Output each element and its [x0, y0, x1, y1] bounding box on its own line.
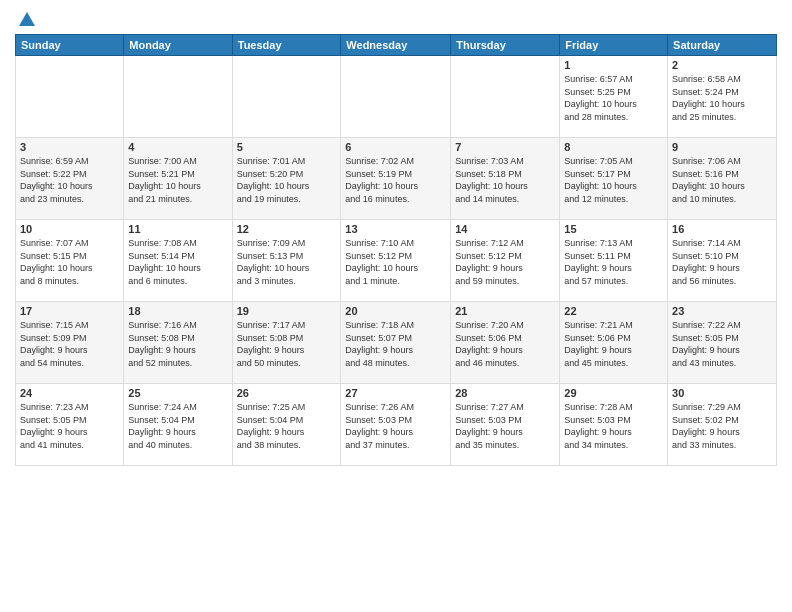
day-number: 12 [237, 223, 337, 235]
day-info: Sunrise: 6:57 AM Sunset: 5:25 PM Dayligh… [564, 73, 663, 123]
calendar-day-header: Tuesday [232, 35, 341, 56]
calendar-day-cell [232, 56, 341, 138]
calendar-day-cell: 3Sunrise: 6:59 AM Sunset: 5:22 PM Daylig… [16, 138, 124, 220]
day-number: 7 [455, 141, 555, 153]
calendar-day-cell: 5Sunrise: 7:01 AM Sunset: 5:20 PM Daylig… [232, 138, 341, 220]
day-number: 18 [128, 305, 227, 317]
calendar-day-cell: 7Sunrise: 7:03 AM Sunset: 5:18 PM Daylig… [451, 138, 560, 220]
calendar-day-cell: 24Sunrise: 7:23 AM Sunset: 5:05 PM Dayli… [16, 384, 124, 466]
day-number: 26 [237, 387, 337, 399]
day-number: 9 [672, 141, 772, 153]
day-info: Sunrise: 7:09 AM Sunset: 5:13 PM Dayligh… [237, 237, 337, 287]
calendar-week-row: 1Sunrise: 6:57 AM Sunset: 5:25 PM Daylig… [16, 56, 777, 138]
day-number: 24 [20, 387, 119, 399]
calendar-day-cell: 4Sunrise: 7:00 AM Sunset: 5:21 PM Daylig… [124, 138, 232, 220]
day-info: Sunrise: 7:16 AM Sunset: 5:08 PM Dayligh… [128, 319, 227, 369]
calendar-week-row: 10Sunrise: 7:07 AM Sunset: 5:15 PM Dayli… [16, 220, 777, 302]
day-info: Sunrise: 7:22 AM Sunset: 5:05 PM Dayligh… [672, 319, 772, 369]
calendar-day-header: Monday [124, 35, 232, 56]
calendar-day-cell: 18Sunrise: 7:16 AM Sunset: 5:08 PM Dayli… [124, 302, 232, 384]
day-info: Sunrise: 7:02 AM Sunset: 5:19 PM Dayligh… [345, 155, 446, 205]
day-info: Sunrise: 6:59 AM Sunset: 5:22 PM Dayligh… [20, 155, 119, 205]
day-number: 25 [128, 387, 227, 399]
calendar-day-cell: 8Sunrise: 7:05 AM Sunset: 5:17 PM Daylig… [560, 138, 668, 220]
calendar-day-cell: 2Sunrise: 6:58 AM Sunset: 5:24 PM Daylig… [668, 56, 777, 138]
calendar-day-cell [341, 56, 451, 138]
day-number: 1 [564, 59, 663, 71]
day-number: 23 [672, 305, 772, 317]
day-number: 16 [672, 223, 772, 235]
day-info: Sunrise: 7:12 AM Sunset: 5:12 PM Dayligh… [455, 237, 555, 287]
day-info: Sunrise: 7:25 AM Sunset: 5:04 PM Dayligh… [237, 401, 337, 451]
calendar-day-cell: 14Sunrise: 7:12 AM Sunset: 5:12 PM Dayli… [451, 220, 560, 302]
day-info: Sunrise: 7:01 AM Sunset: 5:20 PM Dayligh… [237, 155, 337, 205]
day-number: 13 [345, 223, 446, 235]
day-info: Sunrise: 7:27 AM Sunset: 5:03 PM Dayligh… [455, 401, 555, 451]
header [15, 10, 777, 26]
logo [15, 10, 37, 26]
calendar-day-cell: 16Sunrise: 7:14 AM Sunset: 5:10 PM Dayli… [668, 220, 777, 302]
calendar-day-header: Sunday [16, 35, 124, 56]
day-number: 5 [237, 141, 337, 153]
calendar-day-cell [124, 56, 232, 138]
day-number: 17 [20, 305, 119, 317]
day-number: 10 [20, 223, 119, 235]
day-number: 22 [564, 305, 663, 317]
day-number: 14 [455, 223, 555, 235]
calendar-day-cell: 10Sunrise: 7:07 AM Sunset: 5:15 PM Dayli… [16, 220, 124, 302]
day-info: Sunrise: 7:23 AM Sunset: 5:05 PM Dayligh… [20, 401, 119, 451]
day-number: 29 [564, 387, 663, 399]
calendar-day-cell: 27Sunrise: 7:26 AM Sunset: 5:03 PM Dayli… [341, 384, 451, 466]
day-number: 28 [455, 387, 555, 399]
day-info: Sunrise: 7:13 AM Sunset: 5:11 PM Dayligh… [564, 237, 663, 287]
calendar-week-row: 24Sunrise: 7:23 AM Sunset: 5:05 PM Dayli… [16, 384, 777, 466]
day-info: Sunrise: 7:03 AM Sunset: 5:18 PM Dayligh… [455, 155, 555, 205]
calendar-day-cell: 11Sunrise: 7:08 AM Sunset: 5:14 PM Dayli… [124, 220, 232, 302]
day-info: Sunrise: 7:20 AM Sunset: 5:06 PM Dayligh… [455, 319, 555, 369]
day-number: 3 [20, 141, 119, 153]
calendar-day-cell: 22Sunrise: 7:21 AM Sunset: 5:06 PM Dayli… [560, 302, 668, 384]
calendar-day-cell: 19Sunrise: 7:17 AM Sunset: 5:08 PM Dayli… [232, 302, 341, 384]
day-info: Sunrise: 7:07 AM Sunset: 5:15 PM Dayligh… [20, 237, 119, 287]
calendar-day-cell: 30Sunrise: 7:29 AM Sunset: 5:02 PM Dayli… [668, 384, 777, 466]
day-info: Sunrise: 7:28 AM Sunset: 5:03 PM Dayligh… [564, 401, 663, 451]
calendar-day-header: Wednesday [341, 35, 451, 56]
calendar-day-cell: 21Sunrise: 7:20 AM Sunset: 5:06 PM Dayli… [451, 302, 560, 384]
calendar-day-cell: 29Sunrise: 7:28 AM Sunset: 5:03 PM Dayli… [560, 384, 668, 466]
day-number: 2 [672, 59, 772, 71]
calendar-day-cell: 12Sunrise: 7:09 AM Sunset: 5:13 PM Dayli… [232, 220, 341, 302]
day-info: Sunrise: 7:17 AM Sunset: 5:08 PM Dayligh… [237, 319, 337, 369]
day-info: Sunrise: 7:14 AM Sunset: 5:10 PM Dayligh… [672, 237, 772, 287]
calendar-day-cell: 25Sunrise: 7:24 AM Sunset: 5:04 PM Dayli… [124, 384, 232, 466]
calendar-day-cell: 15Sunrise: 7:13 AM Sunset: 5:11 PM Dayli… [560, 220, 668, 302]
day-number: 19 [237, 305, 337, 317]
day-info: Sunrise: 7:08 AM Sunset: 5:14 PM Dayligh… [128, 237, 227, 287]
day-number: 11 [128, 223, 227, 235]
page: SundayMondayTuesdayWednesdayThursdayFrid… [0, 0, 792, 612]
day-info: Sunrise: 7:10 AM Sunset: 5:12 PM Dayligh… [345, 237, 446, 287]
calendar-week-row: 3Sunrise: 6:59 AM Sunset: 5:22 PM Daylig… [16, 138, 777, 220]
day-info: Sunrise: 7:24 AM Sunset: 5:04 PM Dayligh… [128, 401, 227, 451]
day-info: Sunrise: 7:21 AM Sunset: 5:06 PM Dayligh… [564, 319, 663, 369]
calendar-week-row: 17Sunrise: 7:15 AM Sunset: 5:09 PM Dayli… [16, 302, 777, 384]
day-info: Sunrise: 7:18 AM Sunset: 5:07 PM Dayligh… [345, 319, 446, 369]
day-number: 8 [564, 141, 663, 153]
calendar-day-cell: 17Sunrise: 7:15 AM Sunset: 5:09 PM Dayli… [16, 302, 124, 384]
calendar-table: SundayMondayTuesdayWednesdayThursdayFrid… [15, 34, 777, 466]
day-number: 21 [455, 305, 555, 317]
calendar-day-header: Friday [560, 35, 668, 56]
day-info: Sunrise: 7:00 AM Sunset: 5:21 PM Dayligh… [128, 155, 227, 205]
calendar-day-cell [451, 56, 560, 138]
day-info: Sunrise: 6:58 AM Sunset: 5:24 PM Dayligh… [672, 73, 772, 123]
calendar-day-cell [16, 56, 124, 138]
day-info: Sunrise: 7:05 AM Sunset: 5:17 PM Dayligh… [564, 155, 663, 205]
calendar-day-cell: 26Sunrise: 7:25 AM Sunset: 5:04 PM Dayli… [232, 384, 341, 466]
day-number: 15 [564, 223, 663, 235]
day-info: Sunrise: 7:06 AM Sunset: 5:16 PM Dayligh… [672, 155, 772, 205]
calendar-day-cell: 1Sunrise: 6:57 AM Sunset: 5:25 PM Daylig… [560, 56, 668, 138]
day-info: Sunrise: 7:26 AM Sunset: 5:03 PM Dayligh… [345, 401, 446, 451]
calendar-day-header: Saturday [668, 35, 777, 56]
day-number: 27 [345, 387, 446, 399]
calendar-day-cell: 28Sunrise: 7:27 AM Sunset: 5:03 PM Dayli… [451, 384, 560, 466]
calendar-day-cell: 13Sunrise: 7:10 AM Sunset: 5:12 PM Dayli… [341, 220, 451, 302]
